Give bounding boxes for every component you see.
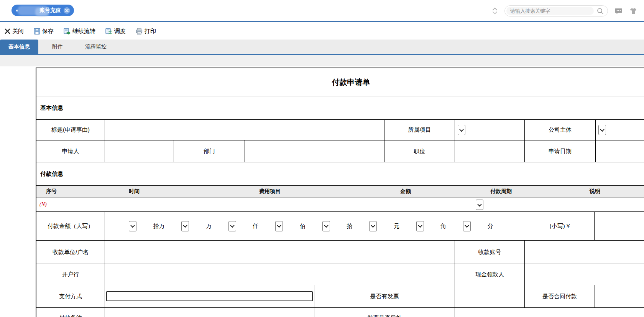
contract-payment-field[interactable]	[595, 285, 644, 307]
invoice-later-label: 发票是否后补	[314, 308, 455, 317]
invoice-later-field[interactable]	[455, 308, 644, 317]
document-tab-label: 账号充值	[39, 7, 61, 14]
unit-10k: 万	[206, 223, 212, 230]
continue-flow-button[interactable]: 继续流转	[64, 28, 95, 35]
theme-shirt-icon[interactable]	[629, 8, 637, 15]
tab-attachments[interactable]: 附件	[38, 40, 77, 54]
collapse-expand-control[interactable]	[492, 7, 498, 15]
project-field	[455, 120, 525, 140]
company-select[interactable]	[598, 125, 606, 135]
amount-units-field: 拾万 万 仟 佰 拾 元 角 分	[105, 212, 525, 240]
unit-yuan: 元	[394, 223, 399, 230]
company-label: 公司主体	[525, 120, 596, 140]
department-label: 部门	[174, 140, 245, 162]
pay-remark-label: 付款备注	[36, 308, 105, 317]
digit-select-10k[interactable]	[181, 221, 189, 231]
title-reason-field[interactable]	[105, 120, 384, 140]
section-payment-title: 付款信息	[40, 170, 63, 178]
schedule-label: 调度	[114, 28, 126, 35]
unit-jiao: 角	[440, 223, 446, 230]
header-time: 时间	[129, 188, 140, 195]
digit-select-100k[interactable]	[129, 221, 136, 231]
applicant-field[interactable]	[105, 140, 174, 162]
section-payment-row: 付款信息	[36, 162, 644, 186]
tab-process-monitor[interactable]: 流程监控	[77, 40, 115, 54]
pay-method-input[interactable]	[106, 291, 313, 301]
search-icon[interactable]	[597, 8, 604, 15]
form-title: 付款申请单	[36, 77, 644, 88]
row-pay-method: 支付方式 是否有发票 是否合同付款	[36, 285, 644, 308]
search-field-area[interactable]	[506, 7, 594, 15]
print-label: 打印	[145, 28, 156, 35]
print-button[interactable]: 打印	[136, 28, 156, 35]
amount-uppercase-label: 付款金额（大写）	[36, 212, 105, 240]
message-icon[interactable]	[615, 8, 623, 15]
apply-date-field[interactable]	[596, 140, 644, 162]
has-invoice-label: 是否有发票	[314, 285, 455, 307]
search-input[interactable]	[510, 8, 590, 14]
bank-field[interactable]	[105, 264, 455, 285]
payment-request-form: 付款申请单 基本信息 标题(申请事由) 所属项目 公司主体 申请人 部门	[36, 68, 644, 317]
header-seq: 序号	[46, 188, 57, 195]
topbar-controls	[492, 0, 637, 22]
payee-label: 收款单位/户名	[36, 241, 105, 264]
forward-icon	[64, 28, 71, 35]
digit-select-yuan[interactable]	[369, 221, 377, 231]
digit-select-100[interactable]	[275, 221, 283, 231]
unit-1k: 仟	[253, 223, 259, 230]
schedule-button[interactable]: 调度	[105, 28, 126, 35]
payee-field[interactable]	[105, 241, 455, 264]
digit-select-10[interactable]	[322, 221, 330, 231]
amount-lowercase-label: (小写) ¥	[525, 212, 595, 240]
bank-label: 开户行	[36, 264, 105, 285]
title-reason-label: 标题(申请事由)	[36, 120, 105, 140]
form-title-row: 付款申请单	[36, 68, 644, 96]
cash-receiver-field[interactable]	[525, 264, 644, 285]
detail-header-row: 序号 时间 费用项目 金额 付款周期 说明	[36, 186, 644, 198]
header-expense: 费用项目	[259, 188, 281, 195]
pay-remark-field[interactable]	[105, 308, 314, 317]
header-cycle: 付款周期	[490, 188, 512, 195]
project-label: 所属项目	[384, 120, 455, 140]
project-select[interactable]	[458, 125, 465, 135]
form-tabbar: 基本信息 附件 流程监控	[0, 40, 644, 54]
pay-method-field	[105, 285, 314, 307]
pay-cycle-select[interactable]	[476, 200, 483, 210]
continue-flow-label: 继续流转	[72, 28, 95, 35]
payee-account-label: 收款账号	[455, 241, 525, 264]
open-document-tab[interactable]: 账号充值	[12, 5, 74, 16]
close-icon	[5, 28, 10, 34]
unit-100k: 拾万	[153, 223, 165, 230]
global-search[interactable]	[504, 5, 608, 17]
section-basic-title: 基本信息	[40, 104, 63, 112]
applicant-label: 申请人	[36, 140, 105, 162]
contract-payment-label: 是否合同付款	[525, 285, 595, 307]
department-field[interactable]	[245, 140, 384, 162]
row-remark: 付款备注 发票是否后补	[36, 308, 644, 317]
position-field[interactable]	[455, 140, 525, 162]
tab-basic-info[interactable]: 基本信息	[0, 40, 38, 54]
header-amount: 金额	[400, 188, 411, 195]
chevron-down-icon	[492, 12, 498, 15]
position-label: 职位	[384, 140, 455, 162]
pay-method-label: 支付方式	[36, 285, 105, 307]
unit-fen: 分	[488, 223, 493, 230]
row-amount: 付款金额（大写） 拾万 万 仟 佰 拾 元 角	[36, 212, 644, 241]
amount-lowercase-field[interactable]	[595, 212, 644, 240]
detail-template-row: (N)	[36, 198, 644, 212]
close-button[interactable]: 关闭	[5, 28, 24, 35]
save-button[interactable]: 保存	[34, 28, 54, 35]
row-title-project-company: 标题(申请事由) 所属项目 公司主体	[36, 120, 644, 140]
digit-select-1k[interactable]	[228, 221, 236, 231]
section-basic-row: 基本信息	[36, 96, 644, 120]
app-window: 账号充值	[0, 0, 644, 317]
has-invoice-field[interactable]	[455, 285, 525, 307]
close-document-icon[interactable]	[64, 7, 70, 14]
row-bank: 开户行 现金领款人	[36, 264, 644, 285]
header-note: 说明	[590, 188, 600, 195]
digit-select-fen[interactable]	[463, 221, 471, 231]
top-bar: 账号充值	[0, 0, 644, 22]
digit-select-jiao[interactable]	[416, 221, 424, 231]
unit-100: 佰	[300, 223, 306, 230]
payee-account-field[interactable]	[525, 241, 644, 264]
